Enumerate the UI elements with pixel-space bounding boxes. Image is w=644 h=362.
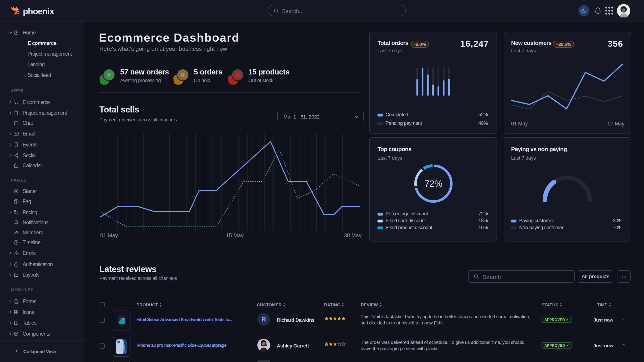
svg-text:12:15: 12:15 [120,318,124,320]
